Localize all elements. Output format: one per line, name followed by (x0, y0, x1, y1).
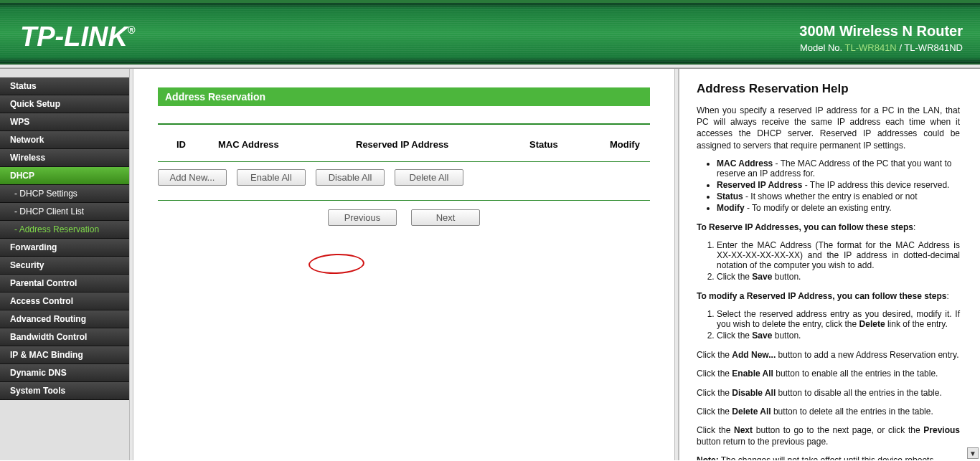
help-p-disable: Click the Disable All button to disable … (697, 387, 960, 399)
help-title: Address Reservation Help (697, 82, 960, 96)
sidebar-item-wireless[interactable]: Wireless (0, 149, 129, 167)
add-new-button[interactable]: Add New... (158, 169, 227, 186)
col-modify: Modify (603, 136, 649, 160)
sidebar-item-network[interactable]: Network (0, 131, 129, 149)
brand-logo: TP-LINK® (20, 22, 135, 52)
main-content: Address Reservation ID MAC Address Reser… (133, 69, 674, 460)
sidebar-item-bandwidth-control[interactable]: Bandwidth Control (0, 328, 129, 346)
help-p-enable: Click the Enable All button to enable al… (697, 368, 960, 379)
delete-all-button[interactable]: Delete All (395, 169, 463, 186)
header-bar: TP-LINK® 300M Wireless N Router Model No… (0, 0, 980, 65)
sidebar-item-advanced-routing[interactable]: Advanced Routing (0, 310, 129, 328)
sidebar-item-parental-control[interactable]: Parental Control (0, 275, 129, 293)
sidebar-item-dhcp-client-list[interactable]: - DHCP Client List (0, 203, 129, 221)
disable-all-button[interactable]: Disable All (316, 169, 385, 186)
sidebar-item-system-tools[interactable]: System Tools (0, 382, 129, 400)
scroll-down-button[interactable]: ▼ (967, 447, 979, 459)
enable-all-button[interactable]: Enable All (237, 169, 306, 186)
sidebar-item-dhcp[interactable]: DHCP (0, 167, 129, 185)
col-id: ID (159, 136, 209, 160)
sidebar-item-ip-mac-binding[interactable]: IP & MAC Binding (0, 346, 129, 364)
next-button[interactable]: Next (411, 209, 480, 226)
sidebar-item-wps[interactable]: WPS (0, 113, 129, 131)
help-p-delete: Click the Delete All button to delete al… (697, 406, 960, 417)
col-mac: MAC Address (211, 136, 347, 160)
help-intro: When you specify a reserved IP address f… (697, 105, 960, 151)
product-title: 300M Wireless N Router (799, 23, 963, 39)
col-status: Status (522, 136, 601, 160)
model-number: Model No. TL-WR841N / TL-WR841ND (799, 42, 963, 53)
sidebar-item-quick-setup[interactable]: Quick Setup (0, 95, 129, 113)
sidebar-nav: StatusQuick SetupWPSNetworkWirelessDHCP-… (0, 69, 129, 460)
help-note: Note: The changes will not take effect u… (697, 455, 960, 460)
sidebar-item-security[interactable]: Security (0, 257, 129, 275)
help-steps2-title: To modify a Reserved IP Address, you can… (697, 290, 960, 302)
sidebar-item-dynamic-dns[interactable]: Dynamic DNS (0, 364, 129, 382)
help-p-add: Click the Add New... button to add a new… (697, 349, 960, 361)
help-steps2: Select the reserved address entry as you… (717, 309, 960, 341)
help-steps1-title: To Reserve IP Addresses, you can follow … (697, 222, 960, 233)
sidebar-item-forwarding[interactable]: Forwarding (0, 239, 129, 257)
help-definitions: MAC Address - The MAC Address of the PC … (717, 158, 960, 213)
sidebar-item-address-reservation[interactable]: - Address Reservation (0, 221, 129, 239)
col-ip: Reserved IP Address (349, 136, 521, 160)
help-steps1: Enter the MAC Address (The format for th… (717, 240, 960, 282)
help-panel: Address Reservation Help When you specif… (679, 69, 980, 460)
page-title: Address Reservation (158, 87, 650, 106)
sidebar-item-dhcp-settings[interactable]: - DHCP Settings (0, 185, 129, 203)
sidebar-item-status[interactable]: Status (0, 77, 129, 95)
previous-button[interactable]: Previous (328, 209, 397, 226)
header-product-info: 300M Wireless N Router Model No. TL-WR84… (799, 23, 963, 53)
reservation-table: ID MAC Address Reserved IP Address Statu… (158, 135, 650, 161)
help-p-nav: Click the Next button to go to the next … (697, 424, 960, 447)
annotation-circle (308, 253, 365, 275)
sidebar-item-access-control[interactable]: Access Control (0, 293, 129, 310)
